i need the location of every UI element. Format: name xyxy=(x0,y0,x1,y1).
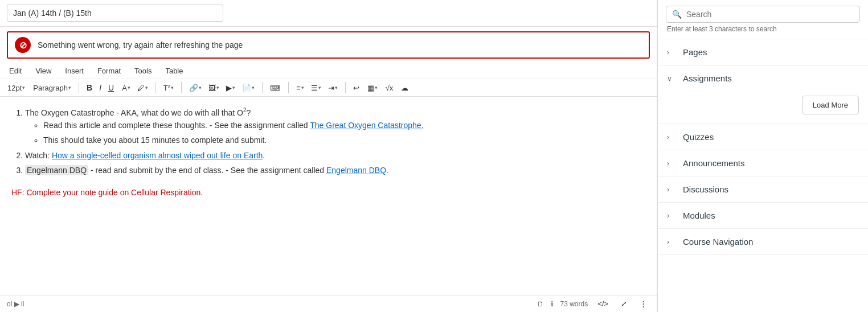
toolbar-sep-2 xyxy=(155,82,156,93)
nav-section-pages: › Pages xyxy=(658,39,868,65)
alignment-group: ≡▾ ☰▾ ⇥▾ xyxy=(293,82,341,94)
image-btn[interactable]: 🖼▾ xyxy=(206,82,222,94)
font-size-group: 12pt ▾ xyxy=(5,82,28,94)
right-sidebar: 🔍 Enter at least 3 characters to search … xyxy=(657,0,868,312)
assignments-label: Assignments xyxy=(683,73,732,83)
nav-section-modules: › Modules xyxy=(658,203,868,229)
page-icon: 🗋 xyxy=(537,300,544,308)
course-navigation-label: Course Navigation xyxy=(683,237,753,247)
search-input[interactable] xyxy=(686,10,854,19)
assignments-content: Load More xyxy=(658,91,868,124)
search-icon: 🔍 xyxy=(672,10,682,19)
nav-section-course-navigation: › Course Navigation xyxy=(658,229,868,255)
course-navigation-chevron-icon: › xyxy=(667,238,676,246)
toolbar-sep-6 xyxy=(345,82,346,93)
announcements-header[interactable]: › Announcements xyxy=(658,150,868,176)
info-icon: ℹ xyxy=(551,300,554,308)
title-bar xyxy=(0,0,657,27)
hf-text: HF: Complete your note guide on Cellular… xyxy=(11,186,645,199)
error-icon: ⊘ xyxy=(15,37,31,53)
color-group: A▾ 🖊▾ xyxy=(119,82,151,94)
code-view-btn[interactable]: </> xyxy=(595,298,611,310)
highlight-btn[interactable]: 🖊▾ xyxy=(134,82,151,94)
load-more-button[interactable]: Load More xyxy=(802,96,859,114)
toolbar: 12pt ▾ Paragraph ▾ B I U A▾ 🖊▾ T²▾ 🔗▾ xyxy=(0,79,657,97)
announcements-label: Announcements xyxy=(683,158,744,168)
bold-btn[interactable]: B xyxy=(84,81,95,94)
highlight-text: Engelmann DBQ xyxy=(25,165,88,175)
bullet-1: Read this article and complete these tho… xyxy=(43,119,645,132)
list-btn[interactable]: ☰▾ xyxy=(308,82,324,94)
ltr-btn[interactable]: ↩ xyxy=(350,82,362,94)
menu-format[interactable]: Format xyxy=(95,65,123,76)
discussions-chevron-icon: › xyxy=(667,186,676,194)
nav-section-announcements: › Announcements xyxy=(658,150,868,176)
content-area[interactable]: The Oxygen Catastrophe - AKA, what do we… xyxy=(0,97,657,295)
pages-header[interactable]: › Pages xyxy=(658,39,868,65)
toolbar-sep-5 xyxy=(288,82,289,93)
modules-label: Modules xyxy=(683,211,715,220)
table-btn[interactable]: ▦▾ xyxy=(365,82,380,94)
special-char-btn[interactable]: ⌨ xyxy=(267,82,284,94)
announcements-chevron-icon: › xyxy=(667,159,676,167)
italic-btn[interactable]: I xyxy=(96,81,104,94)
engelmann-link[interactable]: Engelmann DBQ xyxy=(326,166,386,175)
page-title-input[interactable] xyxy=(7,5,223,22)
search-box: 🔍 Enter at least 3 characters to search xyxy=(658,0,868,39)
assignments-header[interactable]: ∨ Assignments xyxy=(658,65,868,91)
discussions-label: Discussions xyxy=(683,184,728,194)
formula-btn[interactable]: √x xyxy=(383,82,396,94)
breadcrumb: ol ▶ li xyxy=(7,300,24,308)
discussions-header[interactable]: › Discussions xyxy=(658,176,868,202)
font-size-btn[interactable]: 12pt ▾ xyxy=(5,82,28,94)
toolbar-sep-4 xyxy=(262,82,263,93)
text-format-group: B I U xyxy=(84,81,117,94)
menu-insert[interactable]: Insert xyxy=(63,65,86,76)
toolbar-sep-3 xyxy=(181,82,182,93)
menu-view[interactable]: View xyxy=(33,65,54,76)
list-item-1: The Oxygen Catastrophe - AKA, what do we… xyxy=(25,106,645,147)
error-banner: ⊘ Something went wrong, try again after … xyxy=(7,31,650,59)
embed-btn[interactable]: 📄▾ xyxy=(239,82,257,94)
menu-edit[interactable]: Edit xyxy=(7,65,24,76)
paragraph-group: Paragraph ▾ xyxy=(30,82,74,94)
video-link[interactable]: How a single-celled organism almost wipe… xyxy=(52,151,263,160)
menu-bar: Edit View Insert Format Tools Table xyxy=(0,63,657,79)
media-btn[interactable]: ▶▾ xyxy=(223,82,238,94)
modules-chevron-icon: › xyxy=(667,212,676,220)
underline-btn[interactable]: U xyxy=(105,81,117,94)
link-btn[interactable]: 🔗▾ xyxy=(186,82,204,94)
list-item-2: Watch: How a single-celled organism almo… xyxy=(25,149,645,162)
modules-header[interactable]: › Modules xyxy=(658,203,868,228)
indent-btn[interactable]: ⇥▾ xyxy=(325,82,341,94)
nav-section-assignments: ∨ Assignments Load More xyxy=(658,65,868,124)
nav-section-quizzes: › Quizzes xyxy=(658,124,868,150)
search-wrapper[interactable]: 🔍 xyxy=(666,6,860,23)
search-hint: Enter at least 3 characters to search xyxy=(666,25,860,33)
list-item-3: Engelmann DBQ - read and submit by the e… xyxy=(25,164,645,176)
content-list: The Oxygen Catastrophe - AKA, what do we… xyxy=(11,106,645,177)
align-btn[interactable]: ≡▾ xyxy=(293,82,307,94)
text-color-btn[interactable]: A▾ xyxy=(119,82,133,94)
menu-tools[interactable]: Tools xyxy=(132,65,154,76)
paragraph-btn[interactable]: Paragraph ▾ xyxy=(30,82,74,94)
quizzes-header[interactable]: › Quizzes xyxy=(658,124,868,150)
superscript-group: T²▾ xyxy=(161,82,177,94)
nav-section-discussions: › Discussions xyxy=(658,176,868,203)
quizzes-chevron-icon: › xyxy=(667,133,676,141)
more-options-btn[interactable]: ⋮ xyxy=(637,298,650,310)
status-bar: ol ▶ li 🗋 ℹ 73 words </> ⤢ ⋮ xyxy=(0,295,657,312)
cloud-btn[interactable]: ☁ xyxy=(398,82,411,94)
list-item-1-bullets: Read this article and complete these tho… xyxy=(25,119,645,147)
menu-table[interactable]: Table xyxy=(163,65,185,76)
link-group: 🔗▾ 🖼▾ ▶▾ 📄▾ xyxy=(186,82,257,94)
bullet-2: This should take you about 15 minutes to… xyxy=(43,134,645,146)
great-oxygen-link[interactable]: The Great Oxygen Catastrophe. xyxy=(310,121,423,130)
superscript-btn[interactable]: T²▾ xyxy=(161,82,177,94)
toolbar-sep-1 xyxy=(79,82,79,93)
fullscreen-btn[interactable]: ⤢ xyxy=(618,298,630,310)
course-navigation-header[interactable]: › Course Navigation xyxy=(658,229,868,254)
word-count: 73 words xyxy=(560,300,588,308)
error-message: Something went wrong, try again after re… xyxy=(38,40,243,50)
editor-area: ⊘ Something went wrong, try again after … xyxy=(0,0,657,312)
